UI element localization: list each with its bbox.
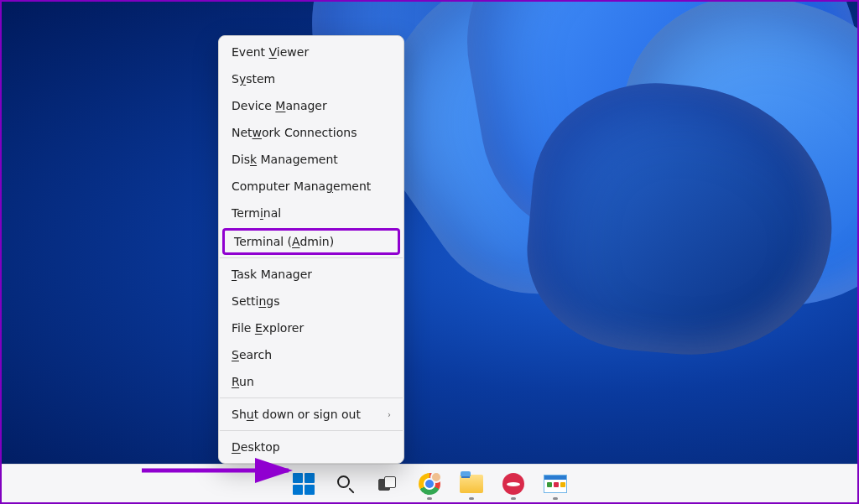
menu-item-network-connections[interactable]: Network Connections [219, 119, 403, 146]
task-view-icon [378, 476, 397, 491]
menu-item-disk-management[interactable]: Disk Management [219, 146, 403, 173]
search-button[interactable] [329, 467, 362, 501]
open-indicator [427, 497, 432, 500]
menu-item-shutdown-signout[interactable]: Shut down or sign out › [219, 401, 403, 428]
chrome-icon [419, 473, 440, 495]
menu-item-event-viewer[interactable]: Event Viewer [219, 39, 403, 65]
file-explorer-icon [460, 475, 483, 493]
menu-separator [220, 257, 403, 258]
menu-item-device-manager[interactable]: Device Manager [219, 92, 403, 119]
menu-item-terminal-admin[interactable]: Terminal (Admin) [222, 228, 400, 255]
task-view-button[interactable] [371, 467, 404, 501]
taskbar-app-file-explorer[interactable] [455, 467, 488, 501]
open-indicator [511, 497, 516, 500]
taskbar-app-lips[interactable] [497, 467, 530, 501]
menu-item-run[interactable]: Run [219, 368, 403, 395]
menu-item-task-manager[interactable]: Task Manager [219, 261, 403, 288]
menu-item-desktop[interactable]: Desktop [219, 434, 403, 460]
control-panel-icon [544, 475, 567, 493]
menu-separator [220, 430, 403, 431]
menu-item-file-explorer[interactable]: File Explorer [219, 314, 403, 341]
menu-item-terminal[interactable]: Terminal [219, 200, 403, 226]
open-indicator [553, 497, 558, 500]
desktop-wallpaper[interactable] [2, 2, 857, 502]
menu-item-system[interactable]: System [219, 65, 403, 92]
menu-item-computer-management[interactable]: Computer Management [219, 173, 403, 200]
chevron-right-icon: › [388, 410, 391, 419]
open-indicator [469, 497, 474, 500]
taskbar [2, 464, 857, 502]
profile-badge-icon [430, 471, 442, 483]
start-button[interactable] [287, 467, 320, 501]
lips-app-icon [502, 473, 524, 495]
taskbar-app-chrome[interactable] [413, 467, 446, 501]
menu-separator [220, 397, 403, 398]
menu-item-settings[interactable]: Settings [219, 288, 403, 314]
windows-logo-icon [293, 473, 315, 495]
search-icon [336, 475, 355, 493]
taskbar-app-control-panel[interactable] [539, 467, 572, 501]
menu-item-search[interactable]: Search [219, 341, 403, 368]
winx-context-menu: Event Viewer System Device Manager Netwo… [218, 35, 404, 464]
